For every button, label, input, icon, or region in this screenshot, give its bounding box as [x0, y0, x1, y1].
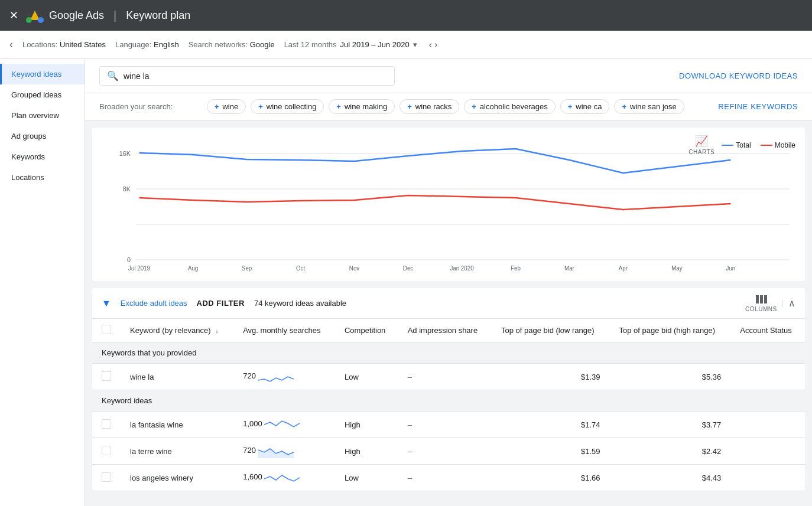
- date-dropdown-icon[interactable]: ▾: [413, 40, 417, 49]
- search-input[interactable]: [124, 71, 387, 81]
- avg-searches-cell: 1,600: [233, 465, 335, 491]
- svg-rect-23: [760, 295, 763, 303]
- row-checkbox[interactable]: [102, 472, 111, 482]
- row-checkbox-cell[interactable]: [92, 438, 121, 465]
- impression-share-column-header: Ad impression share: [398, 319, 492, 342]
- row-checkbox[interactable]: [102, 446, 111, 455]
- keywords-data-table: Keyword (by relevance) ↓ Avg. monthly se…: [92, 319, 805, 491]
- search-box[interactable]: 🔍: [99, 66, 395, 86]
- language-filter[interactable]: Language: English: [115, 40, 179, 49]
- impression-share-cell: –: [398, 364, 492, 390]
- page-title: Keyword plan: [126, 9, 190, 22]
- legend-dot-total: [722, 145, 733, 146]
- broaden-tag-alcoholic-beverages[interactable]: + alcoholic beverages: [464, 99, 556, 114]
- sidebar-item-keyword-ideas[interactable]: Keyword ideas: [0, 64, 85, 84]
- top-navigation-bar: ✕ Google Ads | Keyword plan: [0, 0, 812, 31]
- svg-rect-24: [764, 295, 767, 303]
- avg-searches-cell: 720: [233, 364, 335, 390]
- svg-text:Nov: Nov: [349, 265, 359, 272]
- status-cell: [730, 364, 805, 390]
- avg-searches-column-header: Avg. monthly searches: [233, 319, 335, 342]
- legend-total: Total: [722, 141, 751, 149]
- sparkline-chart: [264, 417, 300, 432]
- sidebar-collapse-button[interactable]: ‹: [9, 38, 13, 51]
- table-header-row: Keyword (by relevance) ↓ Avg. monthly se…: [92, 319, 805, 342]
- broaden-tag-wine-ca[interactable]: + wine ca: [560, 99, 610, 114]
- keyword-cell: la terre wine: [121, 438, 233, 465]
- impression-share-cell: –: [398, 438, 492, 465]
- date-range-selector[interactable]: Last 12 months Jul 2019 – Jun 2020 ▾: [284, 40, 417, 49]
- svg-text:Sep: Sep: [242, 265, 252, 272]
- broaden-tag-wine-collecting[interactable]: + wine collecting: [251, 99, 324, 114]
- broaden-tag-wine-making[interactable]: + wine making: [329, 99, 395, 114]
- competition-column-header: Competition: [335, 319, 398, 342]
- bid-low-cell: $1.74: [492, 412, 609, 438]
- row-checkbox-cell[interactable]: [92, 412, 121, 438]
- competition-cell: High: [335, 438, 398, 465]
- bid-low-cell: $1.66: [492, 465, 609, 491]
- sidebar-item-plan-overview[interactable]: Plan overview: [0, 105, 85, 126]
- next-date-arrow[interactable]: ›: [434, 40, 437, 50]
- chart-legend: Total Mobile: [722, 141, 795, 149]
- chart-area: 📈 CHARTS Total Mobile: [92, 128, 805, 281]
- svg-rect-22: [756, 295, 759, 303]
- columns-button[interactable]: COLUMNS: [745, 294, 777, 312]
- bid-low-cell: $1.59: [492, 438, 609, 465]
- locations-filter[interactable]: Locations: United States: [22, 40, 106, 49]
- svg-text:Oct: Oct: [296, 265, 305, 272]
- sidebar-item-grouped-ideas[interactable]: Grouped ideas: [0, 84, 85, 105]
- row-checkbox-cell[interactable]: [92, 465, 121, 491]
- select-all-checkbox[interactable]: [102, 325, 111, 334]
- svg-text:Dec: Dec: [403, 265, 413, 272]
- sidebar-item-ad-groups[interactable]: Ad groups: [0, 126, 85, 146]
- broaden-tag-wine-san-jose[interactable]: + wine san jose: [614, 99, 684, 114]
- status-cell: [730, 438, 805, 465]
- row-checkbox[interactable]: [102, 419, 111, 429]
- bid-high-column-header: Top of page bid (high range): [609, 319, 730, 342]
- svg-text:Feb: Feb: [511, 265, 521, 272]
- sort-icon: ↓: [215, 327, 219, 334]
- sidebar-item-locations[interactable]: Locations: [0, 167, 85, 188]
- row-checkbox-cell[interactable]: [92, 364, 121, 390]
- add-filter-button[interactable]: ADD FILTER: [197, 299, 245, 308]
- main-content: 🔍 DOWNLOAD KEYWORD IDEAS Broaden your se…: [85, 59, 812, 506]
- sidebar-item-keywords[interactable]: Keywords: [0, 146, 85, 167]
- svg-text:Aug: Aug: [188, 265, 198, 272]
- refine-keywords-button[interactable]: REFINE KEYWORDS: [718, 102, 798, 111]
- bid-low-column-header: Top of page bid (low range): [492, 319, 609, 342]
- svg-text:0: 0: [127, 256, 131, 263]
- avg-searches-cell: 720: [233, 438, 335, 465]
- broaden-tag-wine-racks[interactable]: + wine racks: [399, 99, 459, 114]
- download-keyword-ideas-button[interactable]: DOWNLOAD KEYWORD IDEAS: [679, 71, 798, 80]
- keyword-column-header[interactable]: Keyword (by relevance) ↓: [121, 319, 233, 342]
- bid-low-cell: $1.39: [492, 364, 609, 390]
- networks-filter[interactable]: Search networks: Google: [189, 40, 275, 49]
- svg-text:Jul 2019: Jul 2019: [128, 265, 150, 272]
- row-checkbox[interactable]: [102, 371, 111, 381]
- provided-keywords-section-header: Keywords that you provided: [92, 342, 805, 364]
- trend-chart: 16K 8K 0 Jul 2019 Aug Sep Oct Nov Dec Ja…: [102, 142, 795, 272]
- sidebar: Keyword ideas Grouped ideas Plan overvie…: [0, 59, 85, 506]
- ideas-count-label: 74 keyword ideas available: [254, 299, 346, 308]
- keyword-cell: los angeles winery: [121, 465, 233, 491]
- title-divider: |: [113, 9, 116, 22]
- filter-bar: ▼ Exclude adult ideas ADD FILTER 74 keyw…: [92, 288, 805, 319]
- svg-text:8K: 8K: [123, 185, 131, 192]
- chart-controls: 📈 CHARTS Total Mobile: [688, 135, 795, 155]
- charts-icon: 📈: [695, 135, 708, 148]
- broaden-tag-wine[interactable]: + wine: [207, 99, 246, 114]
- svg-marker-0: [30, 11, 40, 20]
- collapse-table-button[interactable]: ∧: [788, 298, 795, 309]
- select-all-checkbox-header[interactable]: [92, 319, 121, 342]
- close-icon[interactable]: ✕: [9, 9, 18, 22]
- svg-text:Mar: Mar: [564, 265, 575, 272]
- sparkline-chart: [258, 370, 294, 384]
- bid-high-cell: $5.36: [609, 364, 730, 390]
- table-row: la terre wine 720 High: [92, 438, 805, 465]
- charts-view-button[interactable]: 📈 CHARTS: [688, 135, 714, 155]
- impression-share-cell: –: [398, 465, 492, 491]
- table-row: la fantasia wine 1,000 High –: [92, 412, 805, 438]
- date-navigation[interactable]: ‹ ›: [429, 40, 438, 50]
- exclude-adult-ideas-button[interactable]: Exclude adult ideas: [121, 299, 187, 308]
- prev-date-arrow[interactable]: ‹: [429, 40, 432, 50]
